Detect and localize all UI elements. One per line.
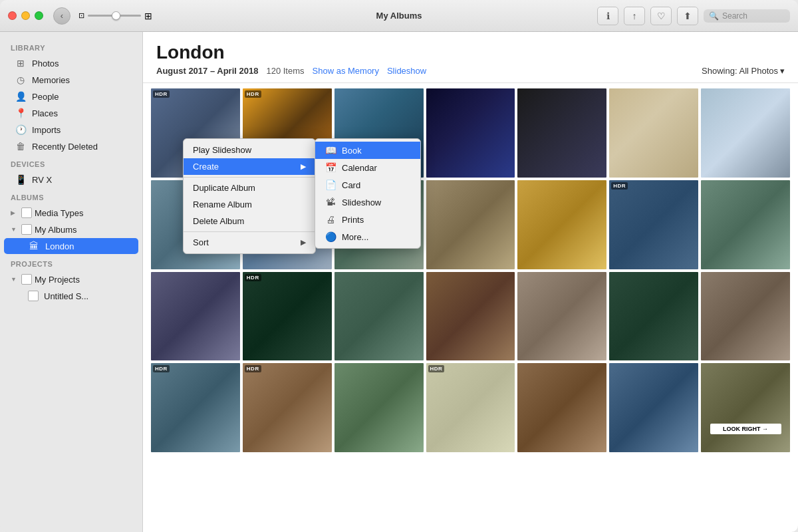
sidebar-item-places[interactable]: 📍 Places — [4, 105, 138, 121]
places-icon: 📍 — [15, 108, 27, 118]
back-button[interactable]: ‹ — [53, 7, 70, 25]
photo-cell[interactable] — [517, 180, 606, 269]
date-range: August 2017 – April 2018 — [156, 66, 258, 76]
share-icon: ↑ — [632, 11, 637, 21]
photo-cell[interactable]: HDR — [243, 272, 332, 361]
submenu-calendar[interactable]: 📅 Calendar — [315, 159, 420, 176]
card-icon: 📄 — [325, 180, 336, 190]
hdr-badge: HDR — [245, 274, 261, 281]
hdr-badge: HDR — [153, 365, 170, 372]
context-sort[interactable]: Sort ▶ — [184, 234, 315, 251]
heart-icon: ♡ — [657, 11, 666, 21]
create-label: Create — [193, 162, 219, 172]
hdr-badge: HDR — [245, 90, 261, 98]
untitled-album-icon — [28, 291, 39, 301]
photo-cell[interactable] — [426, 180, 515, 269]
context-create[interactable]: Create ▶ — [184, 158, 315, 175]
show-as-memory-link[interactable]: Show as Memory — [313, 66, 379, 76]
submenu-card[interactable]: 📄 Card — [315, 176, 420, 194]
sidebar-label-rvx: RV X — [32, 175, 52, 185]
look-right-sign: LOOK RIGHT → — [710, 424, 781, 434]
sidebar-item-imports[interactable]: 🕐 Imports — [4, 122, 138, 138]
sidebar-label-photos: Photos — [32, 59, 59, 68]
imports-icon: 🕐 — [15, 124, 27, 135]
context-play-slideshow[interactable]: Play Slideshow — [184, 142, 315, 158]
photo-cell[interactable] — [701, 88, 790, 178]
photo-cell[interactable] — [151, 272, 240, 361]
info-button[interactable]: ℹ — [597, 7, 618, 25]
photo-cell[interactable] — [609, 363, 698, 452]
photo-cell[interactable]: HDR — [426, 363, 515, 452]
sort-arrow-icon: ▶ — [301, 238, 306, 247]
item-count: 120 Items — [266, 66, 304, 76]
photo-cell[interactable]: HDR — [243, 363, 332, 452]
photo-cell[interactable] — [609, 88, 698, 178]
photo-cell[interactable] — [701, 272, 790, 361]
share-button[interactable]: ↑ — [624, 7, 645, 25]
photo-cell[interactable] — [517, 363, 606, 452]
photo-cell[interactable] — [426, 88, 515, 178]
submenu-more[interactable]: 🔵 More... — [315, 228, 420, 245]
content-area: London August 2017 – April 2018 120 Item… — [143, 32, 798, 532]
submenu-book[interactable]: 📖 Book — [315, 142, 420, 159]
my-projects-group[interactable]: ▼ My Projects — [4, 271, 138, 287]
deleted-icon: 🗑 — [15, 141, 27, 152]
maximize-button[interactable] — [35, 11, 43, 20]
showing-label: Showing: All Photos — [702, 66, 778, 76]
sidebar-item-photos[interactable]: ⊞ Photos — [4, 55, 138, 71]
my-projects-icon — [21, 274, 32, 285]
sidebar-item-rvx[interactable]: 📱 RV X — [4, 172, 138, 188]
context-menu[interactable]: Play Slideshow Create ▶ Duplicate Album … — [183, 138, 316, 254]
sidebar-item-london[interactable]: 🏛 London — [4, 238, 138, 254]
minimize-button[interactable] — [21, 11, 30, 20]
slideshow-create-icon: 📽 — [325, 197, 336, 207]
info-icon: ℹ — [606, 11, 610, 21]
context-rename[interactable]: Rename Album — [184, 196, 315, 213]
context-delete[interactable]: Delete Album — [184, 213, 315, 229]
search-box[interactable]: 🔍 Search — [704, 9, 790, 23]
sidebar-item-memories[interactable]: ◷ Memories — [4, 72, 138, 88]
photo-cell[interactable]: HDR — [151, 363, 240, 452]
devices-section-label: Devices — [0, 155, 142, 171]
heart-button[interactable]: ♡ — [650, 7, 672, 25]
submenu-prints[interactable]: 🖨 Prints — [315, 211, 420, 228]
traffic-lights — [8, 11, 43, 20]
slideshow-link[interactable]: Slideshow — [387, 66, 426, 76]
slider-thumb[interactable] — [112, 11, 120, 20]
photo-cell[interactable]: HDR — [609, 180, 698, 269]
photo-cell[interactable]: LOOK RIGHT → — [701, 363, 790, 452]
prints-icon: 🖨 — [325, 214, 336, 225]
showing-dropdown[interactable]: Showing: All Photos ▾ — [702, 66, 785, 76]
hdr-badge: HDR — [611, 182, 628, 190]
media-types-group[interactable]: ▶ Media Types — [4, 205, 138, 221]
book-icon: 📖 — [325, 145, 336, 156]
sidebar-label-people: People — [32, 92, 59, 102]
close-button[interactable] — [8, 11, 17, 20]
sidebar-item-people[interactable]: 👤 People — [4, 88, 138, 104]
photo-cell[interactable] — [334, 272, 424, 361]
export-button[interactable]: ⬆ — [677, 7, 698, 25]
appstore-icon: 🔵 — [325, 231, 336, 242]
photo-cell[interactable] — [701, 180, 790, 269]
duplicate-label: Duplicate Album — [193, 183, 255, 193]
photo-cell[interactable] — [609, 272, 698, 361]
search-label: Search — [722, 11, 747, 21]
my-albums-group[interactable]: ▼ My Albums — [4, 221, 138, 237]
photo-cell[interactable] — [517, 272, 606, 361]
showing-chevron-icon: ▾ — [780, 66, 785, 76]
photo-cell[interactable] — [426, 272, 515, 361]
sidebar-item-untitled[interactable]: Untitled S... — [4, 288, 138, 304]
projects-section-label: Projects — [0, 255, 142, 271]
submenu-slideshow[interactable]: 📽 Slideshow — [315, 194, 420, 211]
album-meta: August 2017 – April 2018 120 Items Show … — [156, 66, 785, 76]
grid-large-icon: ⊞ — [144, 11, 152, 21]
photo-cell[interactable] — [517, 88, 606, 178]
media-types-label: Media Types — [35, 208, 83, 218]
photo-cell[interactable] — [334, 363, 424, 452]
size-slider[interactable]: ⊡ ⊞ — [78, 11, 152, 21]
slider-track[interactable] — [88, 15, 141, 17]
sidebar-item-deleted[interactable]: 🗑 Recently Deleted — [4, 138, 138, 154]
create-submenu[interactable]: 📖 Book 📅 Calendar 📄 Card 📽 Slideshow 🖨 — [315, 138, 421, 249]
context-duplicate[interactable]: Duplicate Album — [184, 180, 315, 196]
my-albums-album-icon — [21, 224, 32, 235]
